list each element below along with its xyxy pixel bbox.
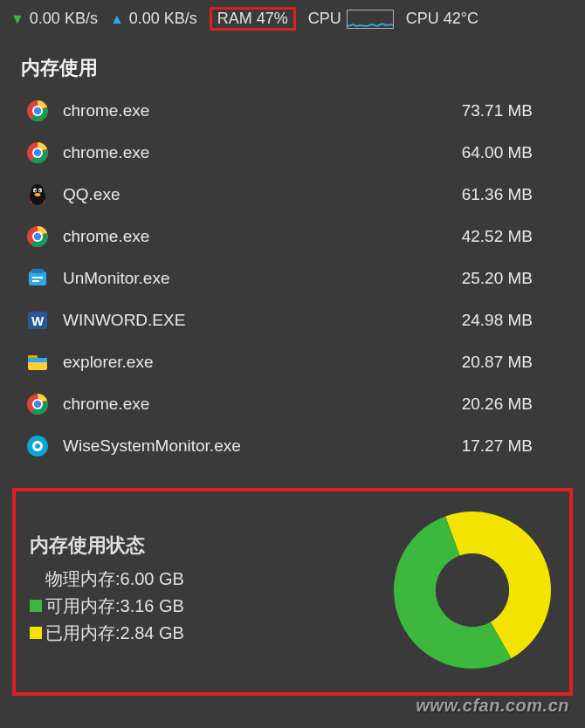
cpu-temp-value: CPU 42°C (406, 10, 478, 28)
process-name: chrome.exe (63, 143, 462, 162)
process-name: UnMonitor.exe (63, 269, 462, 288)
svg-point-5 (34, 149, 41, 156)
word-app-icon: W (26, 309, 49, 332)
process-name: chrome.exe (63, 227, 462, 246)
process-row[interactable]: QQ.exe61.36 MB (21, 174, 564, 216)
process-name: QQ.exe (63, 185, 462, 204)
memory-usage-title: 内存使用 (21, 55, 564, 81)
chrome-app-icon (26, 100, 49, 122)
process-row[interactable]: WWINWORD.EXE24.98 MB (21, 299, 564, 341)
svg-point-27 (34, 401, 41, 408)
process-memory: 73.71 MB (462, 101, 559, 120)
available-memory-line: 可用内存: 3.16 GB (30, 594, 389, 618)
download-arrow-icon: ▼ (10, 11, 24, 27)
process-row[interactable]: UnMonitor.exe25.20 MB (21, 258, 564, 299)
svg-point-30 (35, 443, 40, 449)
download-speed-value: 0.00 KB/s (30, 10, 98, 28)
used-memory-line: 已用内存: 2.84 GB (30, 622, 389, 645)
svg-point-2 (34, 107, 41, 114)
used-memory-label: 已用内存: (45, 622, 120, 645)
available-memory-value: 3.16 GB (120, 596, 184, 616)
process-name: chrome.exe (63, 101, 462, 120)
process-list: chrome.exe73.71 MBchrome.exe64.00 MBQQ.e… (21, 90, 564, 467)
svg-point-10 (35, 190, 37, 192)
memory-status-title: 内存使用状态 (30, 532, 389, 559)
svg-rect-17 (31, 269, 44, 273)
explorer-app-icon (26, 351, 49, 374)
cpu-label: CPU (308, 10, 341, 28)
ram-usage[interactable]: RAM 47% (210, 7, 296, 31)
upload-arrow-icon: ▲ (110, 11, 124, 27)
upload-speed-value: 0.00 KB/s (129, 10, 197, 28)
available-swatch-icon (30, 600, 42, 612)
process-name: WiseSystemMonitor.exe (63, 436, 462, 456)
top-status-bar: ▼ 0.00 KB/s ▲ 0.00 KB/s RAM 47% CPU CPU … (0, 0, 585, 38)
process-name: WINWORD.EXE (63, 311, 462, 330)
cpu-graph-icon (347, 10, 394, 29)
svg-point-15 (34, 233, 41, 240)
upload-speed: ▲ 0.00 KB/s (110, 10, 197, 28)
svg-point-11 (39, 190, 41, 192)
svg-rect-18 (32, 277, 43, 278)
svg-point-31 (436, 553, 509, 627)
process-name: chrome.exe (63, 395, 462, 414)
chrome-app-icon (26, 141, 49, 164)
download-speed: ▼ 0.00 KB/s (10, 10, 98, 28)
available-memory-label: 可用内存: (45, 594, 120, 618)
physical-memory-label: 物理内存: (45, 567, 120, 591)
process-row[interactable]: chrome.exe42.52 MB (21, 216, 564, 258)
used-swatch-icon (30, 627, 42, 639)
process-memory: 42.52 MB (462, 227, 559, 246)
svg-point-12 (35, 193, 41, 196)
chrome-app-icon (26, 225, 49, 248)
process-memory: 20.87 MB (462, 353, 559, 372)
process-memory: 24.98 MB (462, 311, 559, 330)
unmonitor-app-icon (26, 267, 49, 290)
used-memory-value: 2.84 GB (120, 623, 184, 643)
wise-app-icon (26, 435, 49, 457)
process-memory: 61.36 MB (462, 185, 559, 204)
process-row[interactable]: chrome.exe64.00 MB (21, 132, 564, 174)
ram-usage-value: RAM 47% (217, 10, 288, 28)
svg-rect-24 (28, 358, 47, 362)
qq-app-icon (26, 183, 49, 206)
physical-memory-line: 物理内存: 6.00 GB (30, 567, 389, 591)
chrome-app-icon (26, 393, 49, 416)
cpu-temp: CPU 42°C (406, 10, 478, 28)
physical-memory-value: 6.00 GB (120, 569, 184, 589)
process-row[interactable]: chrome.exe20.26 MB (21, 383, 564, 425)
process-row[interactable]: WiseSystemMonitor.exe17.27 MB (21, 425, 564, 467)
memory-donut-chart (389, 507, 555, 673)
process-memory: 64.00 MB (462, 143, 559, 162)
process-row[interactable]: chrome.exe73.71 MB (21, 90, 564, 132)
process-memory: 20.26 MB (462, 395, 559, 414)
cpu-usage[interactable]: CPU (308, 10, 394, 29)
memory-usage-panel: 内存使用 chrome.exe73.71 MBchrome.exe64.00 M… (0, 38, 585, 469)
svg-rect-19 (32, 280, 39, 282)
process-memory: 25.20 MB (462, 269, 559, 288)
process-memory: 17.27 MB (462, 436, 559, 456)
watermark: www.cfan.com.cn (416, 696, 569, 716)
memory-status-panel: 内存使用状态 物理内存: 6.00 GB 可用内存: 3.16 GB 已用内存:… (12, 488, 573, 696)
process-row[interactable]: explorer.exe20.87 MB (21, 341, 564, 383)
process-name: explorer.exe (63, 353, 462, 372)
svg-text:W: W (31, 313, 45, 328)
